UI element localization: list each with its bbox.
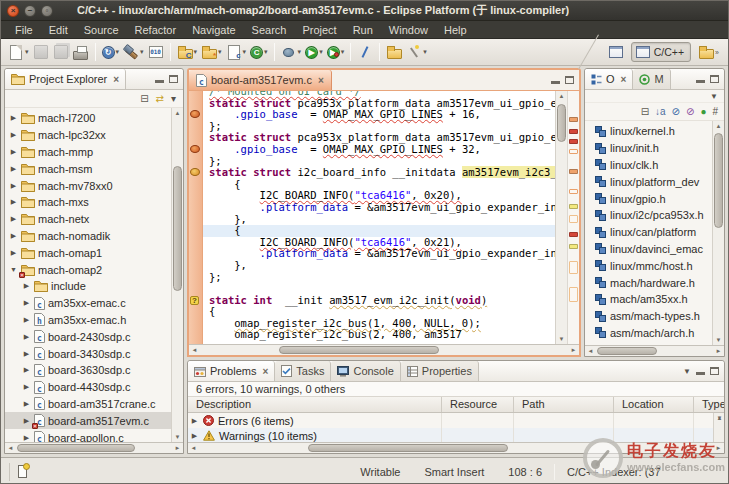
column-header-location[interactable]: Location (614, 397, 694, 412)
column-header-type[interactable]: Type (694, 397, 724, 412)
scroll-up-icon[interactable]: ▲ (172, 108, 183, 118)
expand-arrow-icon[interactable]: ▶ (22, 366, 31, 374)
dropdown-arrow-icon[interactable]: ▾ (319, 48, 323, 56)
hide-static-icon[interactable]: ⊘ (686, 107, 694, 117)
outline-item-mach-am35xx-h[interactable]: mach/am35xx.h (585, 291, 712, 308)
bug-marker-icon[interactable] (190, 145, 200, 153)
toolbar-button-new-source-folder[interactable]: *▾ (199, 41, 224, 63)
expand-arrow-icon[interactable]: ▶ (190, 432, 199, 440)
tree-item-board-2430sdp-c[interactable]: ▶cboard-2430sdp.c (5, 328, 171, 345)
scroll-left-icon[interactable]: ◄ (585, 346, 596, 356)
tree-item-mach-omap1[interactable]: ▶mach-omap1 (5, 244, 171, 261)
tree-item-mach-omap2[interactable]: ▼mach-omap2 (5, 261, 171, 278)
scroll-down-icon[interactable]: ▼ (713, 335, 724, 345)
overview-annotation[interactable] (569, 232, 578, 237)
outline-vertical-scrollbar[interactable]: ▲ ▼ (712, 121, 724, 345)
cpp-perspective-button[interactable]: C/C++ (631, 42, 691, 62)
scrollbar-thumb[interactable] (279, 346, 439, 354)
close-view-icon[interactable]: × (262, 366, 268, 377)
view-menu-icon[interactable]: ▼ (710, 92, 718, 101)
tree-item-mach-nomadik[interactable]: ▶mach-nomadik (5, 228, 171, 245)
menu-project[interactable]: Project (294, 24, 344, 36)
menu-edit[interactable]: Edit (41, 24, 76, 36)
toolbar-button-profile[interactable]: ▶▾ (325, 41, 347, 63)
minimize-window-button[interactable]: − (24, 5, 36, 17)
tree-item-mach-mv78xx0[interactable]: ▶mach-mv78xx0 (5, 177, 171, 194)
expand-arrow-icon[interactable]: ▶ (22, 333, 31, 341)
open-perspective-button[interactable] (606, 41, 626, 63)
overview-annotation[interactable] (569, 117, 578, 122)
scroll-left-icon[interactable]: ◄ (189, 345, 200, 355)
outline-tab-m[interactable]: M (633, 69, 670, 89)
dropdown-arrow-icon[interactable]: ▾ (25, 48, 29, 56)
column-header-description[interactable]: Description (188, 397, 442, 412)
outline-item-linux-init-h[interactable]: linux/init.h (585, 140, 712, 157)
view-menu-icon[interactable]: ▾ (171, 94, 176, 104)
overview-annotation[interactable] (569, 204, 578, 209)
menu-navigate[interactable]: Navigate (184, 24, 243, 36)
outline-item-asm-mach-types-h[interactable]: asm/mach-types.h (585, 308, 712, 325)
expand-arrow-icon[interactable]: ▶ (9, 114, 18, 122)
toolbar-button-make-targets[interactable] (146, 41, 166, 63)
explorer-vertical-scrollbar[interactable]: ▲ ▼ (171, 108, 183, 442)
project-explorer-tab[interactable]: Project Explorer × (5, 69, 126, 89)
overview-annotation[interactable] (569, 215, 578, 223)
dropdown-arrow-icon[interactable]: ▾ (264, 48, 268, 56)
overview-annotation[interactable] (569, 287, 578, 302)
overview-annotation[interactable] (569, 169, 578, 174)
scrollbar-thumb[interactable] (308, 444, 508, 452)
outline-item-asm-mach-arch-h[interactable]: asm/mach/arch.h (585, 325, 712, 342)
menu-file[interactable]: File (7, 24, 41, 36)
problems-row-errors-6-items-[interactable]: ▶Errors (6 items) (188, 413, 724, 428)
tree-item-board-am3517evm-c[interactable]: ▶cboard-am3517evm.c (5, 412, 171, 429)
scroll-up-icon[interactable]: ▲ (556, 91, 567, 101)
expand-arrow-icon[interactable]: ▶ (9, 131, 18, 139)
menu-run[interactable]: Run (345, 24, 381, 36)
tab-properties[interactable]: Properties (401, 361, 479, 381)
expand-arrow-icon[interactable]: ▶ (9, 215, 18, 223)
collapse-all-icon[interactable]: ⊟ (140, 94, 148, 104)
tree-item-am35xx-emac-h[interactable]: ▶ham35xx-emac.h (5, 312, 171, 329)
toolbar-button-new-c-file[interactable]: c▾ (224, 41, 249, 63)
toolbar-button-print[interactable] (71, 41, 91, 63)
tree-item-mach-mmp[interactable]: ▶mach-mmp (5, 144, 171, 161)
toolbar-button-run[interactable]: ▶▾ (303, 41, 325, 63)
scroll-right-icon[interactable]: ► (568, 345, 579, 355)
outline-item-mach-hardware-h[interactable]: mach/hardware.h (585, 274, 712, 291)
sort-icon[interactable]: ↓a (655, 107, 666, 117)
tree-item-board-3630sdp-c[interactable]: ▶cboard-3630sdp.c (5, 362, 171, 379)
menu-window[interactable]: Window (381, 24, 436, 36)
tree-item-board-3430sdp-c[interactable]: ▶cboard-3430sdp.c (5, 345, 171, 362)
dropdown-arrow-icon[interactable]: ▾ (423, 48, 427, 56)
tree-item-include[interactable]: ▶include (5, 278, 171, 295)
hide-macros-icon[interactable]: # (712, 107, 718, 117)
tree-item-mach-l7200[interactable]: ▶mach-l7200 (5, 110, 171, 127)
expand-arrow-icon[interactable]: ▶ (190, 417, 199, 425)
dropdown-arrow-icon[interactable]: ▾ (298, 48, 302, 56)
hide-non-public-icon[interactable]: ● (700, 107, 706, 117)
toolbar-button-debug[interactable]: ▾ (279, 41, 304, 63)
overview-annotation[interactable] (569, 261, 578, 274)
bug-marker-icon[interactable] (190, 110, 200, 118)
tree-item-mach-netx[interactable]: ▶mach-netx (5, 211, 171, 228)
outline-item-linux-davinci-emac[interactable]: linux/davinci_emac (585, 241, 712, 258)
link-with-editor-icon[interactable]: ⇄ (156, 94, 164, 104)
toolbar-button-open-element[interactable] (384, 41, 404, 63)
scroll-left-icon[interactable]: ◄ (188, 443, 199, 453)
expand-arrow-icon[interactable]: ▶ (9, 182, 18, 190)
maximize-editor-icon[interactable] (565, 76, 574, 84)
expand-arrow-icon[interactable]: ▶ (9, 232, 18, 240)
tree-item-board-apollon-c[interactable]: ▶cboard-apollon.c (5, 429, 171, 442)
expand-arrow-icon[interactable]: ▶ (9, 198, 18, 206)
help-marker-icon[interactable]: ? (190, 296, 199, 305)
menu-refactor[interactable]: Refactor (127, 24, 185, 36)
outline-item-linux-clk-h[interactable]: linux/clk.h (585, 157, 712, 174)
scrollbar-thumb[interactable] (597, 347, 657, 355)
view-menu-icon[interactable]: ▼ (683, 367, 691, 376)
toolbar-button-build-all[interactable]: ↻▾ (100, 41, 122, 63)
dropdown-arrow-icon[interactable]: ▾ (243, 48, 247, 56)
minimize-editor-icon[interactable] (551, 77, 560, 84)
expand-arrow-icon[interactable]: ▶ (22, 417, 31, 425)
maximize-view-icon[interactable] (169, 75, 178, 83)
scrollbar-thumb[interactable] (557, 104, 566, 142)
